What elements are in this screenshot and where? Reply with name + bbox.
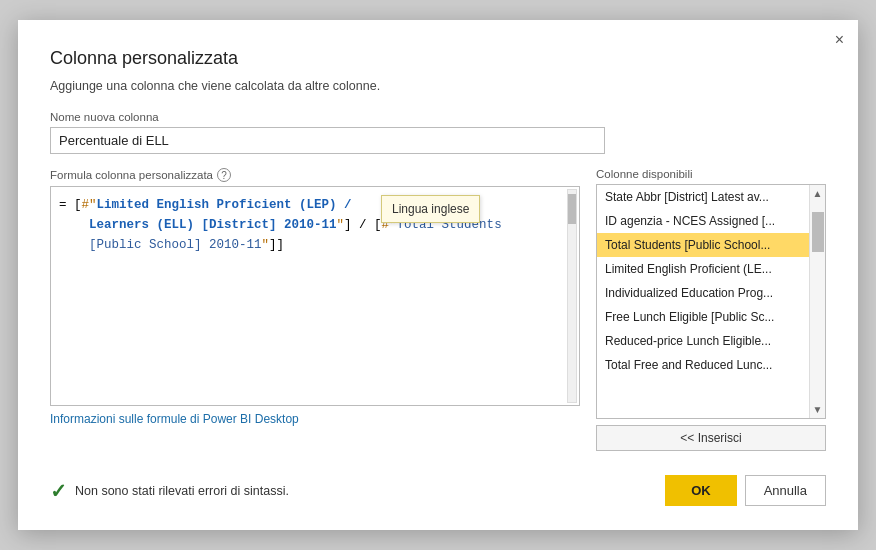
formula-help-icon[interactable]: ? [217, 168, 231, 182]
dialog-subtitle: Aggiunge una colonna che viene calcolata… [50, 79, 826, 93]
button-row: OK Annulla [665, 475, 826, 506]
cancel-button[interactable]: Annulla [745, 475, 826, 506]
status-text: Non sono stati rilevati errori di sintas… [75, 484, 289, 498]
scroll-down-arrow[interactable]: ▼ [813, 401, 823, 418]
column-name-label: Nome nuova colonna [50, 111, 826, 123]
check-icon: ✓ [50, 479, 67, 503]
formula-editor[interactable]: = [#"Limited English Proficient (LEP) / … [50, 186, 580, 406]
list-item[interactable]: Free Lunch Eligible [Public Sc... [597, 305, 825, 329]
list-item[interactable]: Total Students [Public School... [597, 233, 825, 257]
scroll-thumb [812, 212, 824, 252]
custom-column-dialog: × Colonna personalizzata Aggiunge una co… [18, 20, 858, 530]
bottom-bar: ✓ Non sono stati rilevati errori di sint… [50, 475, 826, 506]
list-item[interactable]: Individualized Education Prog... [597, 281, 825, 305]
formula-left: Formula colonna personalizzata ? = [#"Li… [50, 168, 580, 451]
formula-scrollbar[interactable] [567, 189, 577, 403]
formula-scrollbar-thumb [568, 194, 576, 224]
scroll-track [810, 202, 825, 401]
list-item[interactable]: Total Free and Reduced Lunc... [597, 353, 825, 377]
formula-help-link[interactable]: Informazioni sulle formule di Power BI D… [50, 412, 580, 426]
list-item[interactable]: Reduced-price Lunch Eligible... [597, 329, 825, 353]
formula-code: = [#"Limited English Proficient (LEP) / … [59, 195, 557, 255]
columns-list-wrapper: State Abbr [District] Latest av... ID ag… [596, 184, 826, 419]
close-button[interactable]: × [835, 32, 844, 48]
scroll-up-arrow[interactable]: ▲ [813, 185, 823, 202]
ok-button[interactable]: OK [665, 475, 737, 506]
dialog-title: Colonna personalizzata [50, 48, 826, 69]
formula-label-row: Formula colonna personalizzata ? [50, 168, 580, 182]
status-ok: ✓ Non sono stati rilevati errori di sint… [50, 479, 289, 503]
column-name-input[interactable] [50, 127, 605, 154]
available-columns-panel: Colonne disponibili State Abbr [District… [596, 168, 826, 451]
columns-scrollbar[interactable]: ▲ ▼ [809, 185, 825, 418]
list-item[interactable]: Limited English Proficient (LE... [597, 257, 825, 281]
formula-label: Formula colonna personalizzata [50, 169, 213, 181]
insert-button[interactable]: << Inserisci [596, 425, 826, 451]
list-item[interactable]: State Abbr [District] Latest av... [597, 185, 825, 209]
list-item[interactable]: ID agenzia - NCES Assigned [... [597, 209, 825, 233]
formula-section: Formula colonna personalizzata ? = [#"Li… [50, 168, 826, 451]
available-columns-label: Colonne disponibili [596, 168, 826, 180]
columns-list: State Abbr [District] Latest av... ID ag… [597, 185, 825, 405]
